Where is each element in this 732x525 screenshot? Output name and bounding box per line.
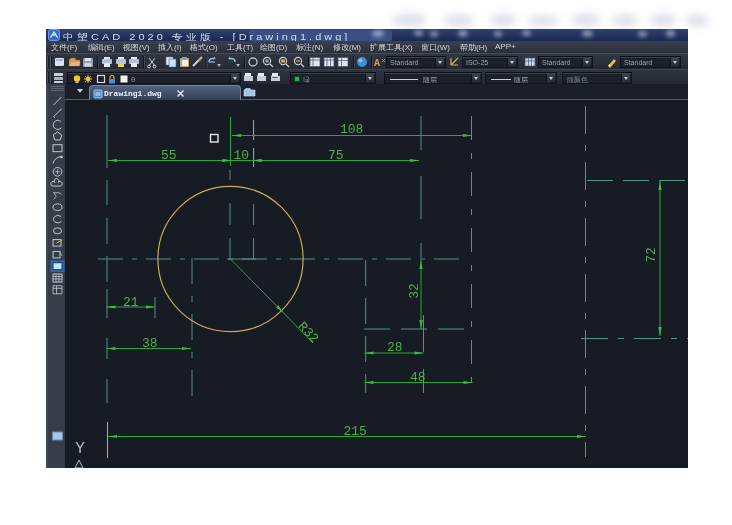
svg-text:10: 10 — [234, 148, 250, 163]
svg-text:R32: R32 — [295, 319, 322, 346]
svg-text:38: 38 — [142, 336, 158, 351]
svg-text:108: 108 — [340, 122, 363, 137]
svg-text:215: 215 — [344, 424, 367, 439]
svg-text:0: 0 — [131, 76, 135, 84]
svg-text:55: 55 — [161, 148, 177, 163]
svg-text:75: 75 — [328, 148, 344, 163]
svg-text:72: 72 — [644, 247, 659, 263]
svg-text:32: 32 — [407, 283, 422, 299]
svg-text:21: 21 — [123, 295, 139, 310]
svg-text:Y: Y — [75, 440, 85, 458]
svg-text:48: 48 — [410, 370, 426, 385]
svg-text:A: A — [374, 58, 380, 69]
svg-text:28: 28 — [387, 340, 403, 355]
